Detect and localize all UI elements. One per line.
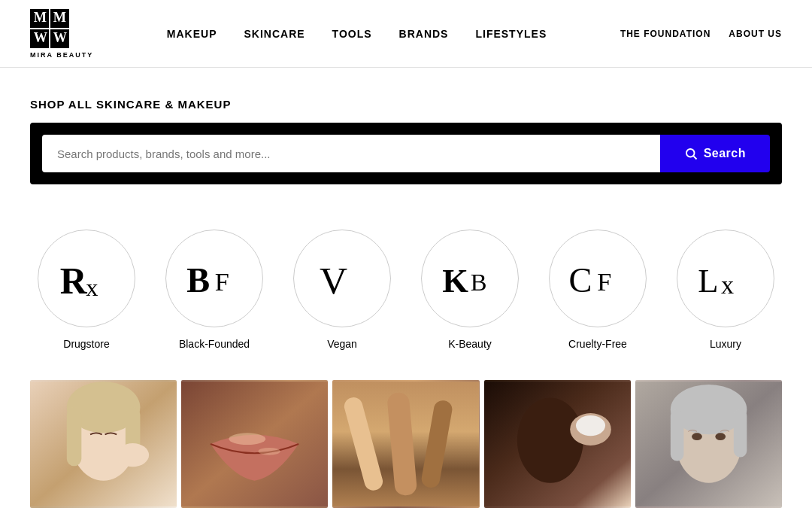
svg-rect-37: [671, 409, 684, 461]
category-vegan[interactable]: V Vegan: [286, 230, 398, 350]
nav-foundation[interactable]: THE FOUNDATION: [620, 29, 710, 39]
svg-text:x: x: [86, 274, 98, 301]
svg-point-24: [229, 433, 266, 445]
svg-text:M: M: [53, 11, 65, 25]
search-bar-wrapper: Search: [30, 123, 782, 184]
category-label-kb: K-Beauty: [448, 338, 492, 350]
search-bar: Search: [42, 135, 770, 172]
svg-text:R: R: [60, 260, 88, 301]
svg-point-33: [576, 415, 605, 436]
nav-makeup[interactable]: MAKEUP: [167, 28, 217, 40]
category-label-bf: Black-Founded: [179, 338, 250, 350]
search-icon: [684, 147, 698, 160]
category-label-drugstore: Drugstore: [63, 338, 109, 350]
svg-text:F: F: [215, 267, 229, 296]
svg-text:V: V: [320, 259, 347, 301]
lx-icon: L x: [695, 256, 756, 301]
svg-point-31: [517, 398, 583, 483]
category-circle-cf: C F: [549, 230, 647, 327]
category-cruelty-free[interactable]: C F Cruelty-Free: [541, 230, 654, 350]
nav-skincare[interactable]: SKINCARE: [244, 28, 304, 40]
product-toner[interactable]: Toner: [484, 380, 631, 517]
svg-point-40: [715, 433, 726, 440]
category-k-beauty[interactable]: K B K-Beauty: [414, 230, 526, 350]
svg-point-22: [117, 443, 149, 467]
category-black-founded[interactable]: B F Black-Founded: [158, 230, 271, 350]
svg-line-5: [693, 156, 696, 159]
shop-title: SHOP ALL SKINCARE & MAKEUP: [30, 98, 782, 111]
product-image-toner: [484, 380, 631, 508]
svg-text:C: C: [568, 261, 592, 300]
products-grid: Cleanser: [30, 380, 782, 517]
product-faceprimer[interactable]: Face Primer: [635, 380, 782, 517]
search-button[interactable]: Search: [660, 135, 770, 172]
category-circle-drugstore: R x: [38, 230, 135, 327]
product-image-cleanser: [30, 380, 177, 508]
products-section: Cleanser: [0, 365, 812, 517]
svg-rect-20: [67, 407, 82, 466]
category-luxury[interactable]: L x Luxury: [669, 230, 782, 350]
svg-text:L: L: [698, 262, 718, 300]
bf-icon: B F: [184, 256, 244, 301]
nav-lifestyles[interactable]: LIFESTYLES: [475, 28, 547, 40]
svg-text:x: x: [721, 270, 734, 299]
shop-section: SHOP ALL SKINCARE & MAKEUP Search: [0, 68, 812, 199]
v-icon: V: [312, 256, 372, 301]
search-input[interactable]: [42, 135, 660, 172]
svg-point-4: [686, 149, 695, 157]
cf-icon: C F: [568, 256, 628, 301]
kb-icon: K B: [440, 256, 500, 301]
secondary-nav: THE FOUNDATION ABOUT US: [620, 29, 782, 39]
svg-point-25: [259, 448, 280, 455]
search-button-label: Search: [704, 147, 746, 160]
svg-text:F: F: [597, 267, 611, 296]
site-header: M M W W MIRA BEAUTY MAKEUP SKINCARE TOOL…: [0, 0, 812, 68]
product-foundation[interactable]: Foundation: [332, 380, 479, 517]
rx-icon: R x: [56, 256, 117, 301]
logo[interactable]: M M W W MIRA BEAUTY: [30, 9, 93, 59]
svg-text:M: M: [33, 11, 46, 25]
category-label-vegan: Vegan: [327, 338, 357, 350]
svg-rect-38: [734, 409, 747, 457]
nav-brands[interactable]: BRANDS: [399, 28, 449, 40]
category-label-cf: Cruelty-Free: [568, 338, 627, 350]
product-image-faceprimer: [635, 380, 782, 508]
product-image-lipgloss: [181, 380, 328, 508]
categories-section: R x Drugstore B F Black-Founded V: [0, 199, 812, 365]
product-cleanser[interactable]: Cleanser: [30, 380, 177, 517]
nav-tools[interactable]: TOOLS: [332, 28, 372, 40]
category-drugstore[interactable]: R x Drugstore: [30, 230, 143, 350]
category-circle-bf: B F: [165, 230, 263, 327]
main-nav: MAKEUP SKINCARE TOOLS BRANDS LIFESTYLES: [167, 28, 547, 40]
category-circle-kb: K B: [421, 230, 519, 327]
category-circle-vegan: V: [293, 230, 391, 327]
svg-text:B: B: [186, 261, 210, 300]
product-lipgloss[interactable]: Lip Gloss: [181, 380, 328, 517]
category-circle-luxury: L x: [677, 230, 774, 327]
category-label-luxury: Luxury: [710, 338, 741, 350]
svg-text:B: B: [471, 269, 487, 296]
categories-grid: R x Drugstore B F Black-Founded V: [30, 230, 782, 350]
nav-about[interactable]: ABOUT US: [729, 29, 782, 39]
svg-text:W: W: [53, 31, 67, 45]
svg-text:W: W: [33, 31, 47, 45]
svg-point-39: [692, 433, 702, 440]
logo-name: MIRA BEAUTY: [30, 51, 93, 59]
product-image-foundation: [332, 380, 479, 508]
svg-text:K: K: [442, 262, 468, 300]
